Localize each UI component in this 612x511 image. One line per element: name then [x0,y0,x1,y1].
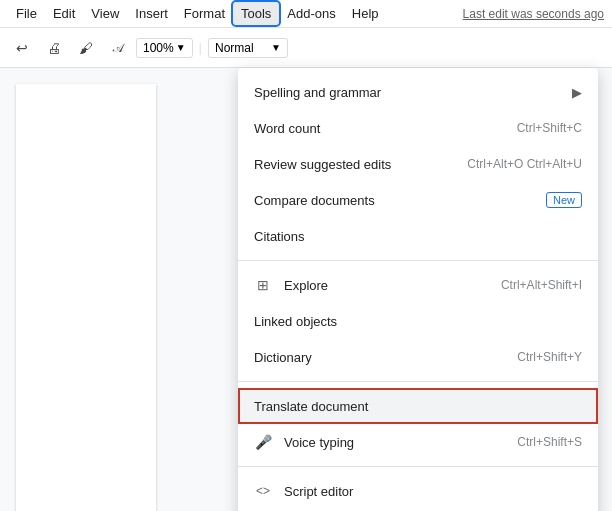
menu-tools[interactable]: Tools [233,2,279,25]
script-editor-label: Script editor [284,484,582,499]
menu-item-voice-typing[interactable]: 🎤 Voice typing Ctrl+Shift+S [238,424,598,460]
code-icon: <> [254,484,272,498]
review-edits-label: Review suggested edits [254,157,467,172]
menu-item-translate[interactable]: Translate document [238,388,598,424]
menu-file[interactable]: File [8,2,45,25]
menu-item-citations[interactable]: Citations [238,218,598,254]
dictionary-label: Dictionary [254,350,517,365]
print-icon[interactable]: 🖨 [40,34,68,62]
voice-typing-label: Voice typing [284,435,517,450]
menu-help[interactable]: Help [344,2,387,25]
paint-roller-icon[interactable]: 𝒜 [104,34,132,62]
menu-item-review-edits[interactable]: Review suggested edits Ctrl+Alt+O Ctrl+A… [238,146,598,182]
translate-label: Translate document [254,399,582,414]
word-count-shortcut: Ctrl+Shift+C [517,121,582,135]
citations-label: Citations [254,229,582,244]
document-page [16,84,156,511]
voice-typing-shortcut: Ctrl+Shift+S [517,435,582,449]
divider-3 [238,466,598,467]
compare-docs-badge: New [546,192,582,208]
menu-item-explore[interactable]: ⊞ Explore Ctrl+Alt+Shift+I [238,267,598,303]
style-selector[interactable]: Normal ▼ [208,38,288,58]
last-edit-label[interactable]: Last edit was seconds ago [463,7,604,21]
spelling-arrow-icon: ▶ [572,85,582,100]
dictionary-shortcut: Ctrl+Shift+Y [517,350,582,364]
menu-item-word-count[interactable]: Word count Ctrl+Shift+C [238,110,598,146]
zoom-arrow-icon: ▼ [176,42,186,53]
style-value: Normal [215,41,254,55]
menu-insert[interactable]: Insert [127,2,176,25]
explore-icon: ⊞ [254,277,272,293]
page-area: Spelling and grammar ▶ Word count Ctrl+S… [0,68,612,511]
menu-edit[interactable]: Edit [45,2,83,25]
word-count-label: Word count [254,121,517,136]
divider-2 [238,381,598,382]
menu-item-script-editor[interactable]: <> Script editor [238,473,598,509]
menu-addons[interactable]: Add-ons [279,2,343,25]
spelling-label: Spelling and grammar [254,85,572,100]
menu-view[interactable]: View [83,2,127,25]
mic-icon: 🎤 [254,434,272,450]
explore-label: Explore [284,278,501,293]
review-edits-shortcut: Ctrl+Alt+O Ctrl+Alt+U [467,157,582,171]
style-arrow-icon: ▼ [271,42,281,53]
menu-format[interactable]: Format [176,2,233,25]
zoom-selector[interactable]: 100% ▼ [136,38,193,58]
tools-dropdown-menu: Spelling and grammar ▶ Word count Ctrl+S… [238,68,598,511]
menu-item-dictionary[interactable]: Dictionary Ctrl+Shift+Y [238,339,598,375]
paint-format-icon[interactable]: 🖌 [72,34,100,62]
menu-bar: File Edit View Insert Format Tools Add-o… [0,0,612,28]
undo-icon[interactable]: ↩ [8,34,36,62]
menu-item-spelling[interactable]: Spelling and grammar ▶ [238,74,598,110]
divider-1 [238,260,598,261]
explore-shortcut: Ctrl+Alt+Shift+I [501,278,582,292]
compare-docs-label: Compare documents [254,193,546,208]
zoom-value: 100% [143,41,174,55]
menu-item-linked-objects[interactable]: Linked objects [238,303,598,339]
menu-item-compare-docs[interactable]: Compare documents New [238,182,598,218]
linked-objects-label: Linked objects [254,314,582,329]
toolbar: ↩ 🖨 🖌 𝒜 100% ▼ | Normal ▼ [0,28,612,68]
